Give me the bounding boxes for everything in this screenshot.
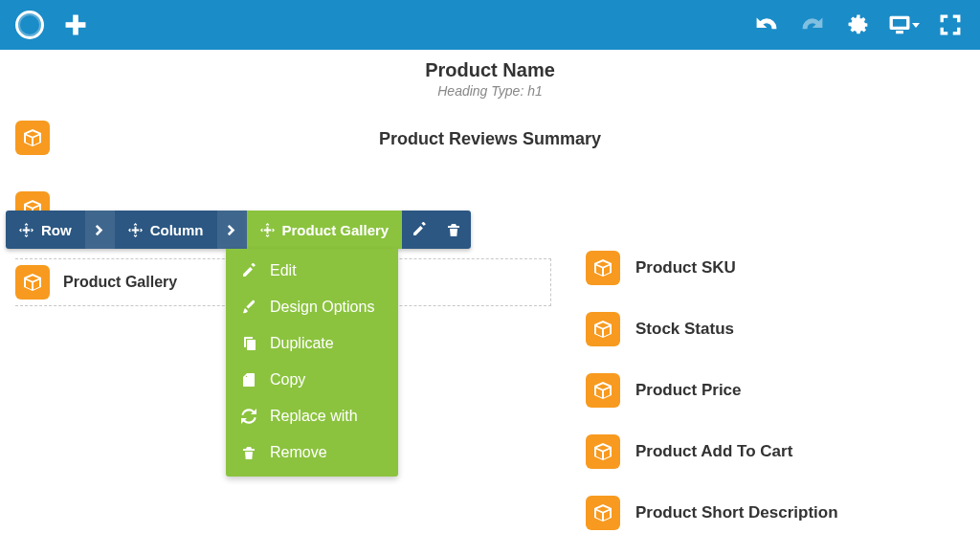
refresh-icon [241,409,256,424]
box-icon [593,258,612,278]
menu-replace-with[interactable]: Replace with [226,398,398,434]
element-handle[interactable] [586,496,620,530]
crumb-column[interactable]: Column [115,211,217,249]
element-handle[interactable] [586,373,620,408]
fullscreen-button[interactable] [930,5,970,45]
viewport-button[interactable] [884,5,924,45]
fullscreen-icon [940,14,961,35]
pencil-icon [412,222,427,237]
menu-label: Edit [270,262,297,279]
chevron-right-icon [225,223,239,237]
element-handle-gallery[interactable] [15,265,50,300]
gear-icon [848,14,869,35]
product-short-desc-element[interactable]: Product Short Description [586,496,838,530]
menu-label: Design Options [270,299,374,316]
crumb-actions [402,211,471,249]
element-handle[interactable] [586,251,620,285]
element-label: Product Price [635,381,742,400]
logo-button[interactable] [10,5,50,45]
monitor-icon [889,14,910,35]
move-icon [260,223,275,237]
menu-design-options[interactable]: Design Options [226,289,398,325]
menu-label: Copy [270,371,305,388]
box-icon [593,442,612,461]
crumb-edit-button[interactable] [402,211,436,249]
element-handle[interactable] [586,434,620,469]
product-gallery-label: Product Gallery [63,274,177,291]
crumb-label: Product Gallery [282,222,390,238]
product-name-block[interactable]: Product Name Heading Type: h1 [15,59,965,99]
trash-icon [446,222,461,237]
pencil-icon [241,263,256,278]
product-sku-element[interactable]: Product SKU [586,251,838,285]
element-label: Product SKU [635,258,736,278]
trash-icon [241,445,256,460]
copy-icon [241,336,256,351]
box-icon [593,320,612,339]
brush-icon [241,300,256,315]
box-icon [593,381,612,400]
breadcrumb: Row Column Product Gallery [6,211,471,249]
app-frame: Product Name Heading Type: h1 Product Re… [0,0,980,555]
clipboard-icon [241,372,256,388]
top-toolbar [0,0,980,50]
redo-button[interactable] [792,5,833,45]
product-add-to-cart-element[interactable]: Product Add To Cart [586,434,838,469]
menu-label: Replace with [270,408,358,425]
chevron-right-icon [93,223,107,237]
heading-type-label: Heading Type: h1 [15,83,965,99]
element-label: Product Short Description [635,503,838,522]
reviews-summary-title[interactable]: Product Reviews Summary [15,129,965,149]
move-icon [128,223,143,237]
box-icon [593,503,612,522]
menu-remove[interactable]: Remove [226,434,398,471]
menu-edit[interactable]: Edit [226,253,398,289]
settings-button[interactable] [838,5,879,45]
add-button[interactable] [56,5,96,45]
menu-copy[interactable]: Copy [226,362,398,398]
crumb-separator [217,211,247,249]
right-column: Product SKU Stock Status Product Price P… [586,251,838,530]
menu-duplicate[interactable]: Duplicate [226,325,398,362]
element-label: Product Add To Cart [635,442,792,461]
box-icon [23,273,42,292]
stock-status-element[interactable]: Stock Status [586,312,838,346]
plus-icon [65,14,86,35]
product-price-element[interactable]: Product Price [586,373,838,408]
crumb-delete-button[interactable] [436,211,471,249]
context-menu: Edit Design Options Duplicate Copy Repla… [226,249,398,477]
editor-canvas: Product Name Heading Type: h1 Product Re… [0,50,980,149]
redo-icon [802,14,823,35]
logo-icon [15,11,44,39]
move-icon [19,223,33,237]
element-label: Stock Status [635,320,734,339]
box-icon [23,128,42,147]
crumb-row[interactable]: Row [6,211,85,249]
undo-button[interactable] [746,5,787,45]
page-title: Product Name [15,59,965,81]
crumb-label: Row [41,222,72,238]
element-handle[interactable] [586,312,620,346]
element-handle-1[interactable] [15,121,50,155]
crumb-product-gallery[interactable]: Product Gallery [247,211,403,249]
crumb-label: Column [150,222,204,238]
crumb-separator [85,211,115,249]
menu-label: Remove [270,444,327,461]
undo-icon [756,14,777,35]
menu-label: Duplicate [270,335,334,352]
